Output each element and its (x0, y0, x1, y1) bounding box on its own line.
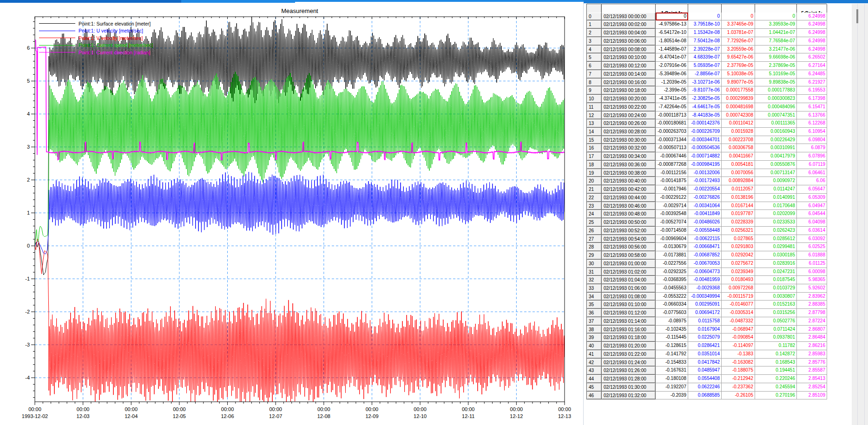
value-cell-elev[interactable]: -6.54172e-10 (656, 29, 688, 37)
value-cell-speed[interactable]: 0.0262423 (755, 227, 797, 235)
row-index-cell[interactable]: 1 (587, 20, 602, 29)
value-cell-v[interactable]: 0.0180493 (722, 276, 755, 284)
value-cell-speed[interactable]: 0.00160943 (755, 128, 797, 136)
value-cell-elev[interactable]: -0.154833 (656, 359, 688, 367)
value-cell-u[interactable]: -9.81077e-06 (688, 86, 722, 95)
value-cell-u[interactable]: -0.000344701 (688, 136, 722, 144)
value-cell-elev[interactable]: -6.47041e-07 (656, 53, 688, 62)
value-cell-elev[interactable]: -0.128615 (656, 342, 688, 350)
time-cell[interactable]: 02/12/1993 01:22:00 (602, 350, 656, 359)
value-cell-dir[interactable]: 6.24485 (797, 70, 827, 78)
value-cell-u[interactable]: -0.00341064 (688, 202, 722, 210)
value-cell-elev[interactable]: -0.00067446 (656, 152, 688, 161)
value-cell-u[interactable]: -0.000714882 (688, 152, 722, 161)
value-cell-u[interactable]: 0.00295091 (688, 301, 722, 309)
value-cell-dir[interactable]: 6.01888 (797, 251, 827, 260)
value-cell-v[interactable]: -0.114097 (722, 342, 755, 350)
row-index-cell[interactable]: 3 (587, 37, 602, 46)
value-cell-elev[interactable]: -0.102435 (656, 326, 688, 334)
value-cell-elev[interactable]: -0.0017946 (656, 185, 688, 194)
time-cell[interactable]: 02/12/1993 01:32:00 (602, 392, 656, 400)
value-cell-dir[interactable]: 6.06 (797, 177, 827, 185)
value-cell-u[interactable]: -0.000984195 (688, 161, 722, 169)
value-cell-speed[interactable]: 0.0152163 (755, 301, 797, 309)
row-index-cell[interactable]: 19 (587, 169, 602, 177)
value-cell-v[interactable]: -0.188075 (722, 366, 755, 375)
time-cell[interactable]: 02/12/1993 00:10:00 (602, 53, 656, 62)
time-cell[interactable]: 02/12/1993 01:24:00 (602, 359, 656, 367)
value-cell-elev[interactable]: -1.2039e-05 (656, 78, 688, 87)
time-cell[interactable]: 02/12/1993 00:50:00 (602, 218, 656, 227)
value-cell-dir[interactable]: 6.10954 (797, 128, 827, 136)
value-cell-speed[interactable]: 0.000300823 (755, 95, 797, 103)
value-cell-v[interactable]: 2.37769e-05 (722, 62, 755, 70)
value-cell-u[interactable]: 0.0225079 (688, 333, 722, 342)
value-cell-elev[interactable]: -0.00229122 (656, 194, 688, 202)
value-cell-elev[interactable]: -0.0029714 (656, 202, 688, 210)
value-cell-u[interactable]: -0.00622115 (688, 235, 722, 243)
row-index-cell[interactable]: 4 (587, 46, 602, 54)
value-cell-speed[interactable]: 0.00713147 (755, 169, 797, 177)
time-cell[interactable]: 02/12/1993 00:44:00 (602, 194, 656, 202)
value-cell-u[interactable]: 2.39228e-07 (688, 46, 722, 54)
value-cell-dir[interactable]: 2.85254 (797, 383, 827, 392)
value-cell-u[interactable]: -2.30825e-05 (688, 95, 722, 103)
value-cell-elev[interactable]: -0.167631 (656, 366, 688, 375)
value-cell-elev[interactable]: -0.00392548 (656, 210, 688, 218)
value-cell-elev[interactable]: -7.42264e-05 (656, 103, 688, 111)
time-cell[interactable]: 02/12/1993 01:08:00 (602, 293, 656, 301)
value-cell-u[interactable]: 0.0115758 (688, 317, 722, 326)
time-cell[interactable]: 02/12/1993 00:38:00 (602, 169, 656, 177)
time-cell[interactable]: 02/12/1993 00:00:00 (602, 13, 656, 21)
value-cell-v[interactable]: 0.000742308 (722, 111, 755, 120)
value-cell-dir[interactable]: 6.0879 (797, 144, 827, 152)
timeseries-plot[interactable]: 00:001993-12-0200:0012-0300:0012-0400:00… (0, 3, 584, 425)
value-cell-v[interactable]: 0.00306758 (722, 144, 755, 152)
value-cell-v[interactable]: 0.0138196 (722, 194, 755, 202)
value-cell-elev[interactable]: -0.00141875 (656, 177, 688, 185)
value-cell-speed[interactable]: 0.0315256 (755, 309, 797, 317)
value-cell-speed[interactable]: 0.000484096 (755, 103, 797, 111)
row-index-cell[interactable]: 2 (587, 29, 602, 37)
value-cell-u[interactable]: -0.00668471 (688, 243, 722, 251)
value-cell-elev[interactable]: -1.80514e-08 (656, 37, 688, 46)
time-cell[interactable]: 02/12/1993 00:32:00 (602, 144, 656, 152)
value-cell-v[interactable]: 9.65427e-06 (722, 53, 755, 62)
value-cell-v[interactable]: 0.0256321 (722, 227, 755, 235)
value-cell-v[interactable]: 0.027865 (722, 235, 755, 243)
time-cell[interactable]: 02/12/1993 01:06:00 (602, 284, 656, 293)
value-cell-v[interactable]: 0 (722, 13, 755, 21)
value-cell-elev[interactable]: -0.0368395 (656, 276, 688, 284)
value-cell-speed[interactable]: 0.0711424 (755, 326, 797, 334)
time-cell[interactable]: 02/12/1993 01:28:00 (602, 375, 656, 383)
value-cell-dir[interactable]: 6.26502 (797, 53, 827, 62)
row-index-cell[interactable]: 45 (587, 383, 602, 392)
value-cell-v[interactable]: 0.000177558 (722, 86, 755, 95)
time-cell[interactable]: 02/12/1993 01:18:00 (602, 333, 656, 342)
time-cell[interactable]: 02/12/1993 00:20:00 (602, 95, 656, 103)
value-cell-speed[interactable]: 7.76584e-07 (755, 37, 797, 46)
value-cell-elev[interactable]: -0.000371344 (656, 136, 688, 144)
row-index-cell[interactable]: 33 (587, 284, 602, 293)
value-cell-dir[interactable]: 6.00098 (797, 268, 827, 276)
value-cell-u[interactable]: -0.00132006 (688, 169, 722, 177)
row-index-cell[interactable]: 34 (587, 293, 602, 301)
row-index-cell[interactable]: 32 (587, 276, 602, 284)
value-cell-speed[interactable]: 0.000747351 (755, 111, 797, 120)
selected-cell[interactable]: 0 (656, 13, 688, 21)
value-cell-dir[interactable]: 6.17398 (797, 95, 827, 103)
value-cell-dir[interactable]: 2.85587 (797, 366, 827, 375)
row-index-cell[interactable]: 41 (587, 350, 602, 359)
value-cell-dir[interactable]: 2.87224 (797, 317, 827, 326)
time-cell[interactable]: 02/12/1993 00:48:00 (602, 210, 656, 218)
row-index-cell[interactable]: 43 (587, 366, 602, 375)
value-cell-v[interactable]: 0.0197787 (722, 210, 755, 218)
value-cell-v[interactable]: 1.03781e-07 (722, 29, 755, 37)
value-cell-elev[interactable]: -0.180108 (656, 375, 688, 383)
value-cell-dir[interactable]: 2.85413 (797, 375, 827, 383)
value-cell-v[interactable]: 0.000481698 (722, 103, 755, 111)
value-cell-speed[interactable]: 0.00550876 (755, 161, 797, 169)
value-cell-v[interactable]: 0.0291803 (722, 243, 755, 251)
value-cell-elev[interactable]: -0.192207 (656, 383, 688, 392)
value-cell-v[interactable]: -0.090854 (722, 333, 755, 342)
